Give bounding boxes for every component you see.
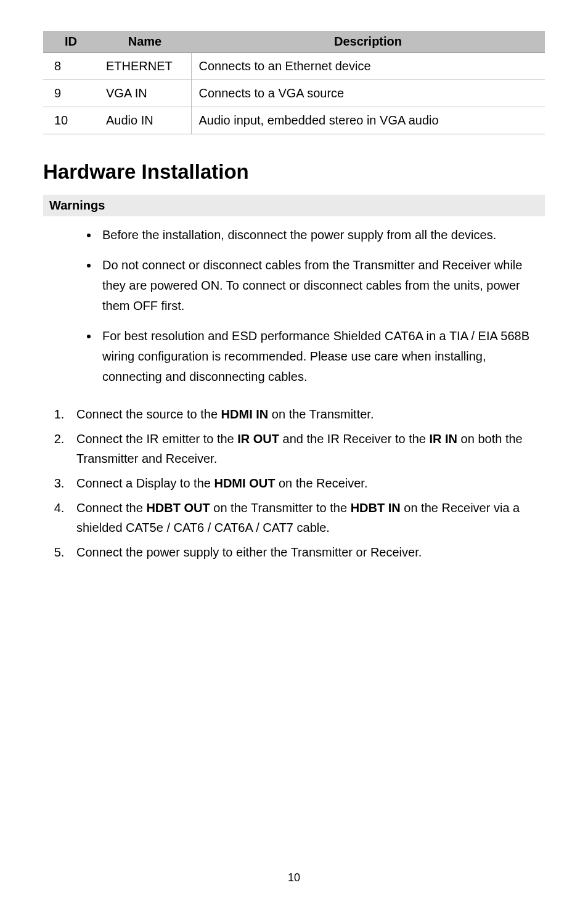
list-item: Connect the power supply to either the T… — [68, 542, 545, 562]
page-number: 10 — [0, 871, 588, 884]
step-text: Connect the source to the — [76, 407, 221, 421]
list-item: Do not connect or disconnect cables from… — [99, 255, 545, 316]
list-item: Connect the HDBT OUT on the Transmitter … — [68, 498, 545, 537]
step-bold: IR IN — [430, 432, 458, 446]
step-bold: HDBT IN — [351, 501, 401, 515]
list-item: For best resolution and ESD performance … — [99, 326, 545, 387]
warnings-list: Before the installation, disconnect the … — [43, 225, 545, 387]
th-id: ID — [43, 31, 99, 53]
step-text: on the Receiver. — [275, 476, 367, 490]
spec-table: ID Name Description 8 ETHERNET Connects … — [43, 31, 545, 134]
cell-id: 8 — [43, 53, 99, 80]
step-bold: HDBT OUT — [146, 501, 210, 515]
cell-desc: Connects to an Ethernet device — [191, 53, 545, 80]
list-item: Connect a Display to the HDMI OUT on the… — [68, 473, 545, 493]
step-bold: HDMI OUT — [214, 476, 275, 490]
list-item: Before the installation, disconnect the … — [99, 225, 545, 245]
cell-name: VGA IN — [99, 80, 191, 107]
cell-id: 10 — [43, 107, 99, 134]
table-row: 8 ETHERNET Connects to an Ethernet devic… — [43, 53, 545, 80]
steps-list: Connect the source to the HDMI IN on the… — [43, 404, 545, 562]
step-text: on the Transmitter. — [268, 407, 374, 421]
step-text: Connect the IR emitter to the — [76, 432, 237, 446]
step-text: and the IR Receiver to the — [279, 432, 429, 446]
step-bold: IR OUT — [237, 432, 279, 446]
section-heading: Hardware Installation — [43, 160, 545, 184]
cell-id: 9 — [43, 80, 99, 107]
warnings-heading: Warnings — [43, 195, 545, 216]
step-text: on the Transmitter to the — [210, 501, 351, 515]
cell-desc: Audio input, embedded stereo in VGA audi… — [191, 107, 545, 134]
th-name: Name — [99, 31, 191, 53]
cell-name: Audio IN — [99, 107, 191, 134]
cell-name: ETHERNET — [99, 53, 191, 80]
cell-desc: Connects to a VGA source — [191, 80, 545, 107]
list-item: Connect the IR emitter to the IR OUT and… — [68, 429, 545, 468]
table-row: 9 VGA IN Connects to a VGA source — [43, 80, 545, 107]
list-item: Connect the source to the HDMI IN on the… — [68, 404, 545, 424]
step-text: Connect the — [76, 501, 146, 515]
th-desc: Description — [191, 31, 545, 53]
step-text: Connect a Display to the — [76, 476, 214, 490]
step-text: Connect the power supply to either the T… — [76, 545, 422, 559]
table-row: 10 Audio IN Audio input, embedded stereo… — [43, 107, 545, 134]
step-bold: HDMI IN — [221, 407, 269, 421]
